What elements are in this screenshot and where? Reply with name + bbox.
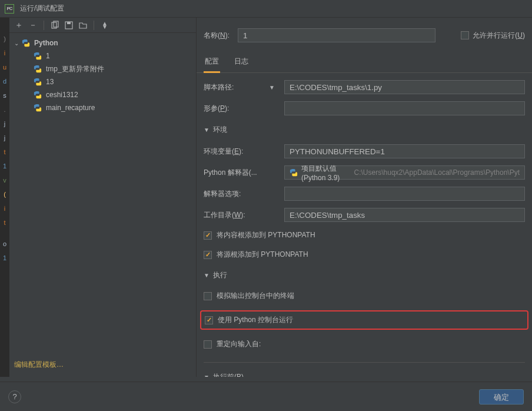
name-input[interactable] bbox=[238, 28, 435, 42]
add-source-root-checkbox[interactable] bbox=[204, 251, 212, 259]
config-sidebar: ＋ － ▲▼ ⌄ Python 1 tmp_更新异常附件 13 ceshi131… bbox=[9, 18, 197, 377]
separator bbox=[44, 21, 44, 30]
workdir-row: 工作目录(W): bbox=[204, 208, 525, 222]
footer: ? 确定 bbox=[0, 382, 532, 411]
tree-node-python[interactable]: ⌄ Python bbox=[9, 37, 196, 49]
ok-button[interactable]: 确定 bbox=[479, 389, 524, 405]
redirect-input-label: 重定向输入自: bbox=[217, 339, 261, 349]
params-input[interactable] bbox=[284, 101, 525, 115]
up-down-button[interactable]: ▲▼ bbox=[100, 21, 109, 30]
emulate-terminal-row: 模拟输出控制台中的终端 bbox=[204, 290, 525, 302]
add-source-root-row: 将源根添加到 PYTHONPATH bbox=[204, 248, 525, 261]
interp-opts-label: 解释器选项: bbox=[204, 189, 260, 199]
sidebar-toolbar: ＋ － ▲▼ bbox=[9, 18, 196, 33]
config-tree[interactable]: ⌄ Python 1 tmp_更新异常附件 13 ceshi1312 main_… bbox=[9, 33, 196, 355]
workdir-input[interactable] bbox=[284, 208, 525, 222]
script-path-label: 脚本路径: bbox=[204, 82, 260, 92]
chevron-down-icon: ▼ bbox=[204, 127, 210, 133]
tree-item[interactable]: ceshi1312 bbox=[9, 88, 196, 101]
folder-button[interactable] bbox=[78, 21, 88, 30]
content-panel: 名称(N): 允许并行运行(U) 配置 日志 脚本路径: ▼ 形参(P): bbox=[197, 18, 532, 377]
add-button[interactable]: ＋ bbox=[14, 21, 24, 30]
env-vars-label: 环境变量(E): bbox=[204, 147, 260, 157]
script-path-row: 脚本路径: ▼ bbox=[204, 80, 525, 94]
tab-log[interactable]: 日志 bbox=[233, 53, 250, 73]
params-label: 形参(P): bbox=[204, 104, 260, 114]
tree-root-label: Python bbox=[34, 39, 58, 47]
redirect-input-row: 重定向输入自: bbox=[204, 338, 525, 350]
script-path-dropdown[interactable]: ▼ bbox=[267, 84, 277, 91]
svg-rect-3 bbox=[67, 22, 71, 24]
workdir-label: 工作目录(W): bbox=[204, 210, 260, 220]
python-icon bbox=[33, 77, 42, 87]
interpreter-label: Python 解释器(... bbox=[204, 168, 260, 178]
env-vars-input[interactable] bbox=[284, 144, 525, 158]
tree-item[interactable]: tmp_更新异常附件 bbox=[9, 62, 196, 75]
separator bbox=[94, 21, 94, 30]
form-body: 脚本路径: ▼ 形参(P): ▼ 环境 环境变量(E): Python 解释器(… bbox=[197, 73, 532, 377]
tab-config[interactable]: 配置 bbox=[204, 53, 220, 73]
before-launch-header[interactable]: ▼ 执行前(B) bbox=[204, 370, 525, 377]
allow-parallel-label: 允许并行运行(U) bbox=[473, 31, 525, 41]
tree-item[interactable]: 1 bbox=[9, 49, 196, 62]
chevron-down-icon: ▼ bbox=[204, 272, 210, 279]
main-area: )iuds.jjt1v(ito1 ＋ － ▲▼ ⌄ Python 1 tmp_更… bbox=[0, 18, 532, 377]
allow-parallel-checkbox[interactable] bbox=[461, 31, 469, 39]
run-console-checkbox[interactable] bbox=[205, 316, 213, 324]
python-icon bbox=[33, 103, 42, 112]
interpreter-select[interactable]: 项目默认值 (Python 3.9) C:\Users\huqx2\AppDat… bbox=[284, 165, 525, 180]
tab-bar: 配置 日志 bbox=[197, 53, 532, 73]
save-button[interactable] bbox=[64, 21, 74, 30]
add-source-root-label: 将源根添加到 PYTHONPATH bbox=[217, 250, 308, 260]
run-console-row: 使用 Python 控制台运行 bbox=[205, 314, 524, 326]
editor-gutter: )iuds.jjt1v(ito1 bbox=[0, 18, 9, 377]
python-icon bbox=[33, 64, 42, 74]
edit-templates: 编辑配置模板… bbox=[9, 355, 196, 377]
interp-opts-input[interactable] bbox=[284, 187, 525, 201]
chevron-down-icon: ▼ bbox=[204, 374, 210, 377]
interpreter-row: Python 解释器(... 项目默认值 (Python 3.9) C:\Use… bbox=[204, 165, 525, 180]
run-console-label: 使用 Python 控制台运行 bbox=[218, 315, 293, 325]
emulate-terminal-checkbox[interactable] bbox=[204, 292, 212, 300]
params-row: 形参(P): bbox=[204, 101, 525, 115]
chevron-down-icon: ⌄ bbox=[14, 40, 21, 47]
allow-parallel-row: 允许并行运行(U) bbox=[461, 31, 525, 41]
exec-section-header[interactable]: ▼ 执行 bbox=[204, 268, 525, 283]
env-vars-row: 环境变量(E): bbox=[204, 144, 525, 158]
python-icon bbox=[33, 90, 42, 100]
add-content-root-row: 将内容根添加到 PYTHONPATH bbox=[204, 229, 525, 241]
tree-item[interactable]: 13 bbox=[9, 75, 196, 88]
redirect-input-checkbox[interactable] bbox=[204, 340, 212, 349]
edit-templates-link[interactable]: 编辑配置模板… bbox=[14, 360, 64, 369]
name-row: 名称(N): 允许并行运行(U) bbox=[197, 18, 532, 53]
python-icon bbox=[21, 38, 31, 48]
window-title: 运行/调试配置 bbox=[20, 4, 64, 14]
help-button[interactable]: ? bbox=[8, 390, 21, 403]
name-label: 名称(N): bbox=[204, 31, 230, 41]
pycharm-icon: PC bbox=[5, 4, 14, 14]
add-content-root-checkbox[interactable] bbox=[204, 231, 212, 240]
copy-button[interactable] bbox=[50, 21, 59, 30]
env-section-header[interactable]: ▼ 环境 bbox=[204, 122, 525, 137]
tree-item[interactable]: main_recapture bbox=[9, 101, 196, 114]
emulate-terminal-label: 模拟输出控制台中的终端 bbox=[217, 291, 294, 301]
interp-opts-row: 解释器选项: bbox=[204, 187, 525, 201]
remove-button[interactable]: － bbox=[28, 21, 38, 30]
python-icon bbox=[290, 168, 298, 177]
add-content-root-label: 将内容根添加到 PYTHONPATH bbox=[217, 230, 315, 240]
python-icon bbox=[33, 51, 42, 61]
highlight-annotation: 使用 Python 控制台运行 bbox=[200, 310, 528, 330]
script-path-input[interactable] bbox=[284, 80, 525, 94]
titlebar: PC 运行/调试配置 bbox=[0, 0, 532, 18]
